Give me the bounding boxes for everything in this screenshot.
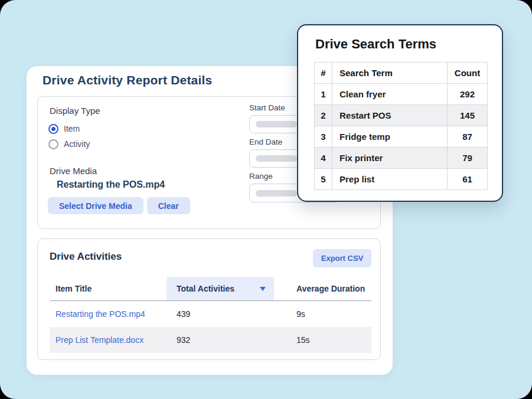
radio-selected-icon: [48, 124, 58, 134]
table-row: 5 Prep list 61: [315, 169, 488, 190]
average-duration-value: 9s: [274, 301, 371, 327]
table-row: Restarting the POS.mp4 439 9s: [50, 301, 371, 327]
table-row: 4 Fix printer 79: [315, 148, 488, 169]
select-drive-media-button[interactable]: Select Drive Media: [48, 197, 143, 214]
radio-unselected-icon: [48, 139, 58, 149]
total-activities-value: 439: [167, 301, 274, 327]
term-cell: Restart POS: [332, 105, 448, 126]
page-title: Drive Activity Report Details: [43, 73, 212, 87]
drive-search-terms-card: Drive Search Terms # Search Term Count 1…: [297, 24, 503, 202]
total-activities-header-label: Total Activities: [177, 284, 234, 293]
drive-activities-section: Drive Activities Export CSV Item Title T…: [37, 238, 381, 360]
count-cell: 79: [448, 148, 488, 169]
radio-display-type-item[interactable]: Item: [48, 123, 80, 135]
sort-descending-icon[interactable]: [260, 287, 266, 291]
count-cell: 292: [448, 84, 488, 105]
count-cell: 87: [448, 126, 488, 148]
column-header-item-title[interactable]: Item Title: [50, 277, 167, 300]
item-title-link[interactable]: Prep List Template.docx: [56, 335, 143, 345]
term-cell: Fix printer: [332, 148, 448, 169]
term-cell: Fridge temp: [332, 126, 448, 148]
app-background: Drive Activity Report Details Display Ty…: [0, 0, 532, 399]
rank-cell: 2: [315, 105, 332, 126]
drive-activities-title: Drive Activities: [50, 251, 122, 263]
rank-cell: 5: [315, 169, 332, 190]
export-csv-button[interactable]: Export CSV: [313, 249, 371, 267]
term-cell: Clean fryer: [332, 84, 448, 105]
rank-cell: 3: [315, 126, 332, 148]
skeleton-placeholder: [256, 155, 297, 162]
table-row: Prep List Template.docx 932 15s: [50, 327, 371, 353]
item-title-link[interactable]: Restarting the POS.mp4: [56, 309, 145, 319]
media-button-row: Select Drive Media Clear: [48, 197, 190, 214]
skeleton-placeholder: [256, 190, 297, 197]
activities-table-header: Item Title Total Activities Average Dura…: [50, 277, 371, 301]
rank-cell: 4: [315, 148, 332, 169]
term-cell: Prep list: [332, 169, 448, 190]
activities-table: Item Title Total Activities Average Dura…: [50, 277, 371, 353]
total-activities-value: 932: [167, 327, 274, 353]
rank-cell: 1: [315, 84, 332, 105]
display-type-label: Display Type: [50, 106, 100, 116]
column-header-rank: #: [315, 63, 332, 84]
drive-media-value: Restarting the POS.mp4: [57, 179, 165, 190]
table-row: 3 Fridge temp 87: [315, 126, 488, 148]
radio-activity-label: Activity: [64, 139, 90, 149]
drive-media-label: Drive Media: [50, 166, 97, 176]
count-cell: 61: [448, 169, 488, 190]
radio-display-type-activity[interactable]: Activity: [48, 138, 90, 150]
table-row: 2 Restart POS 145: [315, 105, 488, 126]
column-header-total-activities-sorted[interactable]: Total Activities: [167, 277, 274, 300]
column-header-search-term: Search Term: [332, 63, 448, 84]
drive-search-terms-title: Drive Search Terms: [315, 37, 436, 52]
column-header-average-duration[interactable]: Average Duration: [274, 277, 371, 300]
average-duration-value: 15s: [274, 327, 371, 353]
radio-item-label: Item: [64, 124, 80, 133]
search-terms-header-row: # Search Term Count: [315, 63, 488, 84]
column-header-count: Count: [448, 63, 488, 84]
skeleton-placeholder: [256, 121, 297, 127]
table-row: 1 Clean fryer 292: [315, 84, 488, 105]
clear-button[interactable]: Clear: [147, 197, 190, 214]
count-cell: 145: [448, 105, 488, 126]
search-terms-table: # Search Term Count 1 Clean fryer 292 2 …: [314, 62, 488, 190]
